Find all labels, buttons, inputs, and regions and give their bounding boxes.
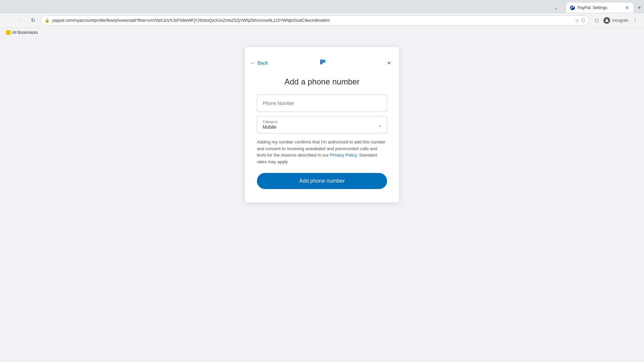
profile-icon[interactable]: ⬡ (581, 18, 585, 23)
consent-text: Adding my number confirms that I'm autho… (257, 139, 387, 165)
modal-header: ← Back P P × (257, 57, 387, 69)
bookmark-label: All Bookmarks (12, 30, 38, 35)
category-label: Category (263, 120, 381, 124)
tab-close-button[interactable]: ✕ (625, 5, 629, 10)
new-tab-button[interactable]: + (635, 3, 644, 12)
modal-title: Add a phone number (257, 77, 387, 86)
address-bar[interactable]: 🔒 paypal.com/myaccount/profile/flow/phon… (40, 15, 589, 25)
more-options-button[interactable]: ⋮ (631, 16, 640, 25)
back-button[interactable]: ← Back (250, 59, 268, 67)
modal-card: ← Back P P × Add a phone number (245, 47, 399, 202)
bookmark-item-all-bookmarks[interactable]: All Bookmarks (4, 29, 40, 36)
back-nav-button[interactable]: ← (4, 16, 13, 25)
incognito-indicator[interactable]: Incognito (603, 17, 629, 24)
active-tab[interactable]: PayPal: Settings ✕ (566, 3, 633, 13)
bookmark-star-icon[interactable]: ☆ (575, 18, 579, 23)
bookmarks-bar: All Bookmarks (0, 27, 644, 37)
back-arrow-icon: ← (250, 60, 256, 66)
extensions-button[interactable]: ⬡ (592, 16, 601, 25)
phone-number-input[interactable] (257, 95, 387, 112)
tab-bar: ⌄ PayPal: Settings ✕ + (0, 0, 644, 13)
address-bar-icons: ☆ ⬡ (575, 18, 585, 23)
page-content: ← Back P P × Add a phone number (0, 37, 644, 362)
incognito-label: Incognito (612, 18, 629, 23)
address-text: paypal.com/myaccount/profile/flow/phones… (52, 18, 572, 23)
privacy-policy-link[interactable]: Privacy Policy (330, 153, 357, 158)
svg-text:P: P (321, 58, 326, 66)
close-button[interactable]: × (384, 58, 394, 68)
bookmark-folder-icon (6, 30, 11, 35)
add-phone-number-button[interactable]: Add phone number (257, 173, 387, 189)
paypal-logo: P P (317, 57, 327, 69)
category-form-group: Category Mobile ⌄ (257, 116, 387, 133)
phone-number-form-group (257, 95, 387, 112)
category-value: Mobile (263, 124, 381, 130)
reload-button[interactable]: ↻ (28, 16, 38, 25)
browser-chrome: ⌄ PayPal: Settings ✕ + ← → ↻ 🔒 paypal.co… (0, 0, 644, 37)
incognito-icon (603, 17, 610, 24)
category-select[interactable]: Category Mobile ⌄ (257, 116, 387, 133)
toolbar-icons: ⬡ Incognito ⋮ (592, 16, 640, 25)
tab-list-btn[interactable]: ⌄ (551, 3, 561, 12)
forward-nav-button[interactable]: → (16, 16, 25, 25)
back-button-label: Back (258, 60, 268, 66)
tab-favicon (570, 5, 575, 10)
browser-toolbar: ← → ↻ 🔒 paypal.com/myaccount/profile/flo… (0, 13, 644, 27)
tab-title: PayPal: Settings (578, 5, 623, 10)
lock-icon: 🔒 (45, 18, 50, 23)
chevron-down-icon: ⌄ (378, 122, 382, 128)
